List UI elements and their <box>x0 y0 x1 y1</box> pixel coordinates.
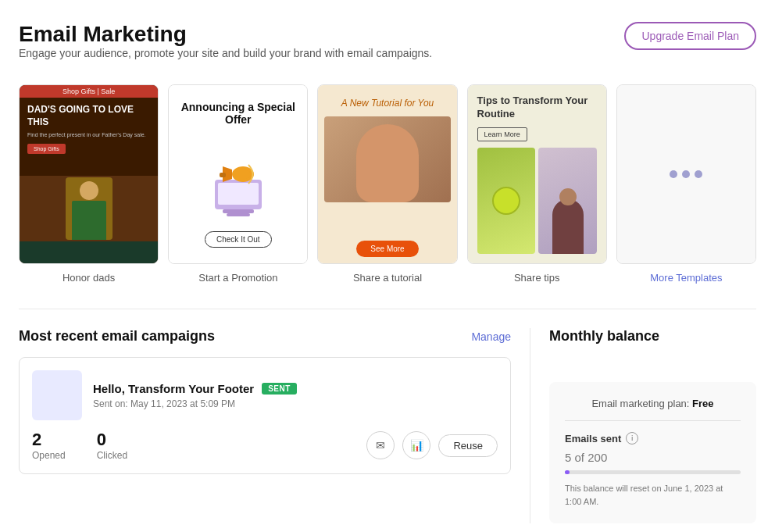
plan-prefix: Email marketing plan: <box>591 398 689 409</box>
tutorial-photo: ▶ <box>324 116 450 202</box>
template-label-promotion: Start a Promotion <box>198 272 277 284</box>
stat-opened-value: 2 <box>32 430 66 450</box>
page-title: Email Marketing <box>19 22 432 47</box>
chart-icon: 📊 <box>410 439 423 452</box>
upgrade-button[interactable]: Upgrade Email Plan <box>624 22 756 50</box>
section-divider <box>19 309 756 309</box>
progress-bar-wrap <box>565 470 741 474</box>
emails-sent-text: Emails sent <box>565 433 621 445</box>
dot-2 <box>682 170 690 178</box>
page-subtitle: Engage your audience, promote your site … <box>19 47 432 59</box>
campaigns-title: Most recent email campaigns <box>19 328 215 345</box>
template-card-tips[interactable]: Tips to Transform Your Routine Learn Mor… <box>467 84 607 284</box>
reset-text: This balance will reset on June 1, 2023 … <box>565 482 741 508</box>
tips-img-left <box>477 148 536 254</box>
more-dots <box>670 170 702 178</box>
count-of: of <box>571 451 588 464</box>
honor-dads-body: Find the perfect present in our Father's… <box>27 131 150 139</box>
page-header: Email Marketing Engage your audience, pr… <box>19 22 756 78</box>
svg-rect-1 <box>223 209 254 213</box>
promo-inner: Announcing a Special Offer <box>169 85 307 263</box>
tutorial-inner: A New Tutorial for You ▶ See More <box>318 85 456 263</box>
info-icon-symbol: i <box>631 434 634 442</box>
email-icon: ✉ <box>376 439 385 452</box>
promo-visual <box>199 135 277 231</box>
balance-card: Email marketing plan: Free Emails sent i… <box>549 382 756 523</box>
honor-dads-cta: Shop Gifts <box>27 144 66 154</box>
campaign-thumbnail <box>32 370 82 420</box>
dot-1 <box>670 170 677 178</box>
plan-text: Email marketing plan: Free <box>565 398 741 409</box>
stat-clicked: 0 Clicked <box>97 430 127 461</box>
info-icon[interactable]: i <box>626 432 638 445</box>
tutorial-cta: See More <box>356 241 418 257</box>
honor-dads-content: DAD'S GOING TO LOVE THIS Find the perfec… <box>20 98 158 176</box>
honor-dads-footer <box>20 241 158 263</box>
tips-cta: Learn More <box>477 127 527 141</box>
tips-images <box>477 148 597 254</box>
header-left: Email Marketing Engage your audience, pr… <box>19 22 432 78</box>
dot-3 <box>695 170 702 178</box>
promo-illustration-icon <box>199 145 277 223</box>
template-preview-honor-dads: Shop Gifts | Sale DAD'S GOING TO LOVE TH… <box>19 84 159 264</box>
campaign-stats-row: 2 Opened 0 Clicked ✉ 📊 Reus <box>32 430 498 461</box>
svg-rect-2 <box>227 213 250 216</box>
template-card-promotion[interactable]: Announcing a Special Offer <box>168 84 308 284</box>
page-wrapper: Email Marketing Engage your audience, pr… <box>0 0 775 523</box>
campaigns-section: Most recent email campaigns Manage Hello… <box>19 328 530 523</box>
person-silhouette-icon <box>552 199 584 254</box>
campaign-card: Hello, Transform Your Footer SENT Sent o… <box>19 357 511 474</box>
template-card-more[interactable]: More Templates <box>616 84 756 284</box>
email-action-button[interactable]: ✉ <box>366 431 395 459</box>
campaign-card-header: Hello, Transform Your Footer SENT Sent o… <box>32 370 498 420</box>
campaign-name: Hello, Transform Your Footer <box>93 382 254 395</box>
template-label-honor-dads: Honor dads <box>62 272 115 284</box>
honor-dads-image <box>20 176 158 241</box>
bottom-section: Most recent email campaigns Manage Hello… <box>19 328 756 523</box>
reuse-button[interactable]: Reuse <box>438 434 498 457</box>
honor-dads-topbar: Shop Gifts | Sale <box>20 85 158 98</box>
dad-figure <box>66 177 112 240</box>
emails-sent-label: Emails sent i <box>565 432 741 445</box>
template-card-honor-dads[interactable]: Shop Gifts | Sale DAD'S GOING TO LOVE TH… <box>19 84 159 284</box>
template-preview-more <box>616 84 756 264</box>
campaign-info: Hello, Transform Your Footer SENT Sent o… <box>93 382 297 409</box>
tips-img-right <box>538 148 597 254</box>
svg-rect-6 <box>220 173 226 177</box>
svg-rect-3 <box>218 183 259 205</box>
template-label-tutorial: Share a tutorial <box>353 272 422 284</box>
manage-link[interactable]: Manage <box>471 330 511 343</box>
campaign-actions: ✉ 📊 Reuse <box>366 431 498 459</box>
plan-name: Free <box>692 398 713 409</box>
progress-bar-fill <box>565 470 570 474</box>
tips-title: Tips to Transform Your Routine <box>477 95 597 121</box>
email-count: 5 of 200 <box>565 451 741 464</box>
campaign-date: Sent on: May 11, 2023 at 5:09 PM <box>93 398 297 409</box>
stat-opened-label: Opened <box>32 450 66 461</box>
template-preview-tips: Tips to Transform Your Routine Learn Mor… <box>467 84 607 264</box>
stat-clicked-label: Clicked <box>97 450 127 461</box>
sent-badge: SENT <box>262 383 297 395</box>
tutorial-face <box>356 124 419 202</box>
stat-clicked-value: 0 <box>97 430 127 450</box>
honor-dads-inner: Shop Gifts | Sale DAD'S GOING TO LOVE TH… <box>20 85 158 263</box>
campaigns-header: Most recent email campaigns Manage <box>19 328 511 345</box>
promo-title: Announcing a Special Offer <box>177 101 299 126</box>
template-label-tips: Share tips <box>514 272 560 284</box>
template-card-tutorial[interactable]: A New Tutorial for You ▶ See More Share … <box>317 84 457 284</box>
lime-circle-icon <box>492 187 520 215</box>
promo-cta: Check It Out <box>205 231 272 248</box>
honor-dads-headline: DAD'S GOING TO LOVE THIS <box>27 104 150 128</box>
stat-opened: 2 Opened <box>32 430 66 461</box>
tutorial-title: A New Tutorial for You <box>341 98 434 109</box>
templates-row: Shop Gifts | Sale DAD'S GOING TO LOVE TH… <box>19 84 756 284</box>
chart-action-button[interactable]: 📊 <box>402 431 430 459</box>
campaign-name-row: Hello, Transform Your Footer SENT <box>93 382 297 395</box>
balance-divider <box>565 420 741 421</box>
balance-section: Monthly balance Email marketing plan: Fr… <box>530 328 756 523</box>
template-preview-tutorial: A New Tutorial for You ▶ See More <box>317 84 457 264</box>
balance-title: Monthly balance <box>549 328 756 345</box>
template-preview-promotion: Announcing a Special Offer <box>168 84 308 264</box>
template-label-more[interactable]: More Templates <box>650 272 722 284</box>
tips-inner: Tips to Transform Your Routine Learn Mor… <box>468 85 606 263</box>
